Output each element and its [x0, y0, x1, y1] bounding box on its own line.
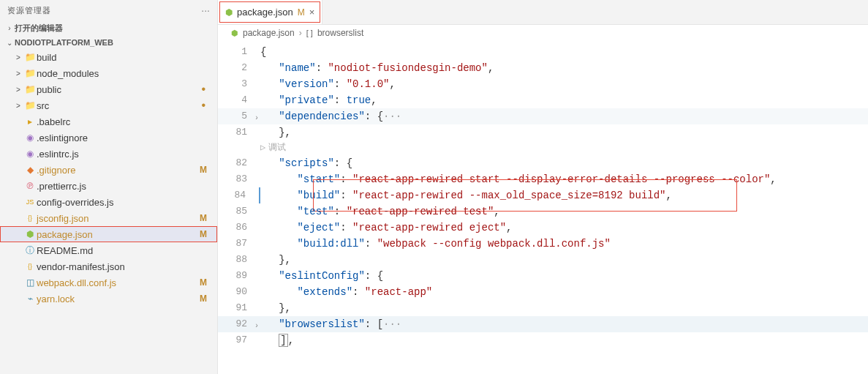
- tree-item-label: package.json: [37, 229, 200, 240]
- code-line[interactable]: 88 },: [218, 252, 868, 268]
- breadcrumb-segment: browserslist: [317, 28, 363, 38]
- code-content: "eslintConfig": {: [260, 268, 868, 284]
- code-line[interactable]: 4 "private": true,: [218, 92, 868, 108]
- npm-icon: ⬢: [225, 7, 233, 18]
- debug-codelens[interactable]: ▷调试: [218, 141, 868, 155]
- breadcrumb[interactable]: ⬢ package.json › [ ] browserslist: [218, 25, 868, 41]
- webpack-icon: ◫: [23, 277, 37, 288]
- chevron-right-icon: ›: [4, 24, 15, 32]
- code-line[interactable]: 83 "start": "react-app-rewired start --d…: [218, 171, 868, 187]
- more-actions-icon[interactable]: ···: [201, 4, 210, 16]
- line-number: 97: [218, 332, 260, 348]
- tree-item-label: jsconfig.json: [37, 213, 200, 224]
- git-status-badge: M: [200, 165, 210, 175]
- play-icon: ▷: [260, 140, 265, 156]
- explorer-header: 资源管理器 ···: [0, 0, 217, 20]
- prettier-icon: ℗: [23, 181, 37, 191]
- code-content: },: [260, 300, 868, 316]
- file-README.md[interactable]: ⓘREADME.md: [0, 242, 217, 258]
- file-vendor-manifest.json[interactable]: {}vendor-manifest.json: [0, 258, 217, 274]
- code-line[interactable]: 87 "build:dll": "webpack --config webpac…: [218, 236, 868, 252]
- file-config-overrides.js[interactable]: JSconfig-overrides.js: [0, 194, 217, 210]
- code-content: "eject": "react-app-rewired eject",: [260, 220, 868, 236]
- project-section[interactable]: ⌄ NODIOTPLATFORM_WEB: [0, 36, 217, 49]
- file-.prettierrc.js[interactable]: ℗.prettierrc.js: [0, 178, 217, 194]
- eslint-icon: ◉: [23, 132, 37, 143]
- tree-item-label: build: [37, 52, 210, 63]
- file-.eslintignore[interactable]: ◉.eslintignore: [0, 130, 217, 146]
- code-content: "build:dll": "webpack --config webpack.d…: [260, 236, 868, 252]
- code-line[interactable]: 1{: [218, 44, 868, 60]
- line-number: 81: [218, 124, 260, 141]
- line-number: 82: [218, 155, 260, 171]
- code-editor[interactable]: 1{2 "name": "nodiot-fusiondesgin-demo",3…: [218, 41, 868, 374]
- chevron-right-icon: >: [13, 86, 23, 94]
- code-line[interactable]: 81 },: [218, 124, 868, 141]
- json-icon: {}: [23, 214, 37, 222]
- code-content: "scripts": {: [260, 155, 868, 171]
- code-content: ],: [260, 332, 868, 348]
- code-content: },: [260, 124, 868, 141]
- file-.babelrc[interactable]: ▸.babelrc: [0, 113, 217, 130]
- tree-item-label: config-overrides.js: [37, 197, 210, 208]
- file-.gitignore[interactable]: ◆.gitignoreM: [0, 162, 217, 178]
- code-line[interactable]: 92› "browserslist": [···: [218, 316, 868, 332]
- open-editors-section[interactable]: › 打开的编辑器: [0, 20, 217, 36]
- folder-green-icon: 📁: [23, 68, 37, 78]
- code-line[interactable]: 82 "scripts": {: [218, 155, 868, 171]
- file-jsconfig.json[interactable]: {}jsconfig.jsonM: [0, 210, 217, 226]
- code-line[interactable]: 85 "test": "react-app-rewired test",: [218, 203, 868, 220]
- code-line[interactable]: 84 "build": "react-app-rewired --max_old…: [218, 187, 868, 203]
- tree-item-label: .gitignore: [37, 165, 200, 176]
- code-line[interactable]: 90 "extends": "react-app": [218, 284, 868, 300]
- git-status-badge: M: [200, 293, 210, 304]
- file-webpack.dll.conf.js[interactable]: ◫webpack.dll.conf.jsM: [0, 274, 217, 291]
- line-number: 3: [218, 76, 260, 92]
- code-line[interactable]: 3 "version": "0.1.0",: [218, 76, 868, 92]
- folder-src[interactable]: >📁src•: [0, 97, 217, 113]
- folder-build[interactable]: >📁build: [0, 49, 217, 65]
- tree-item-label: vendor-manifest.json: [37, 261, 210, 272]
- npm-icon: ⬢: [231, 29, 238, 38]
- line-number: 91: [218, 300, 260, 316]
- yarn-icon: ⌁: [23, 293, 37, 304]
- code-content: {: [260, 44, 868, 60]
- tree-item-label: .prettierrc.js: [37, 181, 210, 192]
- file-tree: >📁build>📁node_modules>📁public•>📁src•▸.ba…: [0, 49, 217, 374]
- close-icon[interactable]: ×: [309, 7, 315, 18]
- file-yarn.lock[interactable]: ⌁yarn.lockM: [0, 291, 217, 307]
- json-icon: {}: [23, 263, 37, 270]
- file-.eslintrc.js[interactable]: ◉.eslintrc.js: [0, 146, 217, 162]
- line-number: 90: [218, 284, 260, 300]
- line-number: 87: [218, 236, 260, 252]
- line-number: 92›: [218, 316, 260, 332]
- code-line[interactable]: 89 "eslintConfig": {: [218, 268, 868, 284]
- babel-icon: ▸: [23, 116, 37, 127]
- tree-item-label: yarn.lock: [37, 293, 200, 304]
- line-number: 4: [218, 92, 260, 108]
- code-line[interactable]: 97 ],: [218, 332, 868, 348]
- code-content: },: [260, 252, 868, 268]
- code-content: "name": "nodiot-fusiondesgin-demo",: [260, 60, 868, 76]
- code-line[interactable]: 5› "dependencies": {···: [218, 108, 868, 124]
- line-number: 2: [218, 60, 260, 76]
- git-status-badge: M: [200, 277, 210, 288]
- chevron-down-icon: ⌄: [4, 39, 15, 47]
- open-editors-label: 打开的编辑器: [15, 23, 213, 34]
- tab-package-json[interactable]: ⬢ package.json M ×: [218, 0, 322, 24]
- tree-item-label: .eslintrc.js: [37, 149, 210, 160]
- line-number: 1: [218, 44, 260, 60]
- folder-node_modules[interactable]: >📁node_modules: [0, 65, 217, 81]
- tree-item-label: node_modules: [37, 68, 210, 79]
- code-content: "start": "react-app-rewired start --disp…: [260, 171, 868, 187]
- folder-icon: 📁: [23, 84, 37, 94]
- code-line[interactable]: 91 },: [218, 300, 868, 316]
- code-line[interactable]: 2 "name": "nodiot-fusiondesgin-demo",: [218, 60, 868, 76]
- folder-public[interactable]: >📁public•: [0, 81, 217, 97]
- info-icon: ⓘ: [23, 244, 37, 257]
- file-package.json[interactable]: ⬢package.jsonM: [0, 226, 217, 242]
- npm-icon: ⬢: [23, 229, 37, 239]
- code-line[interactable]: 86 "eject": "react-app-rewired eject",: [218, 220, 868, 236]
- git-status-badge: M: [200, 213, 210, 223]
- code-content: "dependencies": {···: [260, 108, 868, 124]
